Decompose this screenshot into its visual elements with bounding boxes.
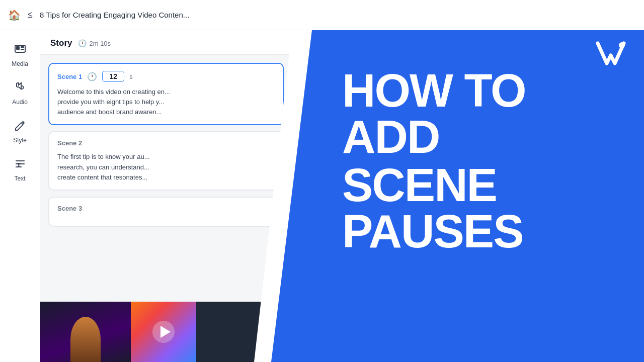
document-title: 8 Tips for Creating Engaging Video Conte…	[40, 11, 189, 19]
thumbnail-person[interactable]	[40, 302, 131, 362]
scene-card-3[interactable]: Scene 3	[48, 197, 284, 227]
media-icon	[14, 43, 26, 58]
scene-1-duration-unit: s	[129, 73, 133, 80]
sidebar-item-text[interactable]: T Text	[2, 153, 38, 187]
svg-rect-1	[16, 46, 20, 50]
scene-card-1[interactable]: Scene 1 🕐 s Welcome to this video on cre…	[48, 63, 284, 125]
bottom-thumbnails	[40, 302, 292, 362]
panel-line-1: HOW TO ADD	[342, 67, 619, 160]
svg-rect-3	[21, 49, 24, 50]
scene-3-label: Scene 3	[57, 205, 82, 212]
sidebar-media-label: Media	[12, 60, 28, 67]
story-header: Story 🕐 2m 10s	[40, 30, 292, 55]
duration-value: 2m 10s	[89, 40, 111, 47]
panel-line-2: SCENE PAUSES	[342, 162, 619, 254]
sidebar-style-label: Style	[13, 137, 27, 144]
scene-2-label: Scene 2	[57, 139, 82, 147]
scene-1-text: Welcome to this video on creating en... …	[57, 87, 275, 117]
sidebar-item-style[interactable]: Style	[2, 115, 38, 149]
visla-logo	[593, 37, 629, 75]
sidebar-text-label: Text	[14, 175, 25, 182]
scene-2-header: Scene 2	[57, 139, 275, 147]
main-area: Media Audio Style	[0, 30, 644, 362]
scene-1-header: Scene 1 🕐 s	[57, 71, 275, 82]
share-icon[interactable]: ≤	[28, 10, 33, 20]
sidebar-item-media[interactable]: Media	[2, 38, 38, 72]
top-bar: 🏠 ≤ 8 Tips for Creating Engaging Video C…	[0, 0, 644, 30]
svg-point-7	[619, 42, 625, 48]
scenes-list: Scene 1 🕐 s Welcome to this video on cre…	[40, 55, 292, 302]
sidebar-audio-label: Audio	[12, 99, 28, 106]
sidebar: Media Audio Style	[0, 30, 40, 362]
scene-3-header: Scene 3	[57, 205, 275, 212]
scene-card-2[interactable]: Scene 2 The first tip is to know your au…	[48, 131, 284, 190]
svg-text:T: T	[17, 161, 21, 168]
scene-2-text: The first tip is to know your au... rese…	[57, 152, 275, 182]
story-title: Story	[50, 38, 72, 48]
svg-rect-2	[21, 46, 24, 48]
text-icon: T	[14, 158, 26, 173]
sidebar-item-audio[interactable]: Audio	[2, 76, 38, 111]
scene-1-duration-input[interactable]	[102, 71, 124, 82]
duration-clock-icon: 🕐	[78, 39, 87, 47]
thumbnail-colorful[interactable]	[131, 302, 196, 362]
home-icon[interactable]: 🏠	[8, 9, 21, 21]
scene-1-label: Scene 1	[57, 73, 82, 80]
scene-1-clock-icon[interactable]: 🕐	[87, 72, 97, 81]
audio-icon	[14, 81, 26, 97]
style-icon	[14, 120, 26, 135]
story-duration: 🕐 2m 10s	[78, 39, 111, 47]
